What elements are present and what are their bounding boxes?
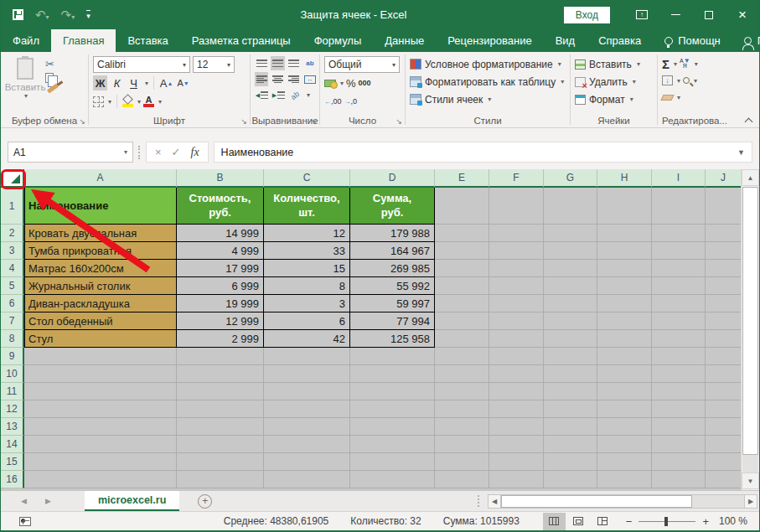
cell-C3[interactable]: 33 (264, 242, 350, 260)
font-size-select[interactable]: 12▾ (193, 56, 235, 73)
find-select-icon[interactable] (683, 77, 690, 84)
italic-button[interactable]: К (110, 75, 124, 90)
cell-C5[interactable]: 8 (264, 277, 350, 295)
cell-B16[interactable] (177, 471, 264, 488)
cell-D13[interactable] (350, 418, 435, 436)
column-header-I[interactable]: I (652, 169, 706, 188)
cell-A15[interactable] (24, 453, 177, 471)
accounting-format-icon[interactable] (324, 80, 336, 87)
cell-H8[interactable] (597, 330, 652, 348)
cell-G14[interactable] (544, 436, 597, 453)
cell-G16[interactable] (544, 471, 597, 488)
shrink-font-button[interactable]: А▼ (176, 75, 190, 90)
cell-H12[interactable] (597, 400, 652, 418)
cell-D4[interactable]: 269 985 (350, 260, 435, 277)
cell-A1[interactable]: Наименование (24, 188, 177, 225)
column-header-J[interactable]: J (706, 169, 742, 188)
cell-J5[interactable] (706, 277, 742, 295)
row-header-2[interactable]: 2 (1, 225, 24, 242)
cell-I12[interactable] (652, 400, 706, 418)
cell-H4[interactable] (597, 260, 652, 277)
cell-H10[interactable] (597, 365, 652, 383)
cell-I6[interactable] (652, 295, 706, 312)
cell-A9[interactable] (24, 348, 177, 365)
cell-B4[interactable]: 17 999 (177, 260, 264, 277)
cell-J12[interactable] (706, 400, 742, 418)
cell-D6[interactable]: 59 997 (350, 295, 435, 312)
cell-B2[interactable]: 14 999 (177, 225, 264, 242)
zoom-out-button[interactable]: − (626, 515, 633, 528)
cell-E8[interactable] (435, 330, 489, 348)
cell-H3[interactable] (597, 242, 652, 260)
cell-E9[interactable] (435, 348, 489, 365)
cell-D15[interactable] (350, 453, 435, 471)
tab-view[interactable]: Вид (544, 29, 587, 52)
cell-B5[interactable]: 6 999 (177, 277, 264, 295)
cell-F11[interactable] (489, 383, 544, 400)
cell-J7[interactable] (706, 312, 742, 330)
zoom-slider-thumb[interactable] (664, 517, 668, 526)
cell-A8[interactable]: Стул (24, 330, 177, 348)
cell-D14[interactable] (350, 436, 435, 453)
cell-I16[interactable] (652, 471, 706, 488)
cell-J14[interactable] (706, 436, 742, 453)
cell-I10[interactable] (652, 365, 706, 383)
increase-decimal-button[interactable]: ←,00 (324, 97, 342, 106)
cell-C15[interactable] (264, 453, 350, 471)
font-family-select[interactable]: Calibri▾ (93, 56, 190, 73)
conditional-formatting-button[interactable]: Условное форматирование▾ (410, 55, 567, 73)
cell-C1[interactable]: Количество, шт. (264, 188, 350, 225)
row-header-3[interactable]: 3 (1, 242, 24, 260)
copy-icon[interactable] (45, 73, 54, 83)
cell-F15[interactable] (489, 453, 544, 471)
customize-qat-icon[interactable]: ▾ (86, 10, 90, 20)
cell-H14[interactable] (597, 436, 652, 453)
row-header-9[interactable]: 9 (1, 348, 24, 365)
clear-eraser-icon[interactable] (660, 95, 674, 101)
column-header-F[interactable]: F (489, 169, 544, 188)
row-header-4[interactable]: 4 (1, 260, 24, 277)
cell-H11[interactable] (597, 383, 652, 400)
cell-C2[interactable]: 12 (264, 225, 350, 242)
column-header-D[interactable]: D (350, 169, 435, 188)
column-header-A[interactable]: A (24, 169, 177, 188)
cell-F8[interactable] (489, 330, 544, 348)
comma-style-button[interactable]: 000 (359, 79, 371, 87)
column-header-C[interactable]: C (264, 169, 350, 188)
cell-E4[interactable] (435, 260, 489, 277)
new-sheet-button[interactable]: + (198, 494, 212, 509)
column-header-E[interactable]: E (435, 169, 489, 188)
number-format-select[interactable]: Общий▾ (324, 56, 400, 73)
cell-B15[interactable] (177, 453, 264, 471)
percent-style-button[interactable]: % (346, 77, 356, 90)
align-middle-button[interactable] (271, 56, 284, 70)
row-header-7[interactable]: 7 (1, 312, 24, 330)
cell-J11[interactable] (706, 383, 742, 400)
cell-H2[interactable] (597, 225, 652, 242)
align-bottom-button[interactable] (287, 56, 301, 70)
horizontal-scrollbar[interactable] (501, 494, 744, 509)
cell-C10[interactable] (264, 365, 350, 383)
cell-A11[interactable] (24, 383, 177, 400)
cell-J9[interactable] (706, 348, 742, 365)
cell-G8[interactable] (544, 330, 597, 348)
cell-J13[interactable] (706, 418, 742, 436)
cell-C11[interactable] (264, 383, 350, 400)
cell-J15[interactable] (706, 453, 742, 471)
cell-J3[interactable] (706, 242, 742, 260)
cell-F12[interactable] (489, 400, 544, 418)
cell-I3[interactable] (652, 242, 706, 260)
sheet-prev-icon[interactable]: ◀ (21, 497, 27, 505)
close-button[interactable]: × (726, 0, 759, 29)
cell-B9[interactable] (177, 348, 264, 365)
wrap-text-button[interactable]: ab (303, 56, 317, 70)
macro-record-icon[interactable] (19, 517, 31, 526)
cell-B7[interactable]: 12 999 (177, 312, 264, 330)
row-header-1[interactable]: 1 (1, 188, 24, 225)
paste-button[interactable]: Вставить ▾ (5, 55, 45, 114)
undo-button[interactable]: ↶▾ (35, 8, 49, 21)
font-dialog-launcher[interactable]: ↘ (240, 117, 247, 126)
cell-D7[interactable]: 77 994 (350, 312, 435, 330)
cell-F6[interactable] (489, 295, 544, 312)
delete-cells-button[interactable]: Удалить▾ (575, 73, 654, 90)
